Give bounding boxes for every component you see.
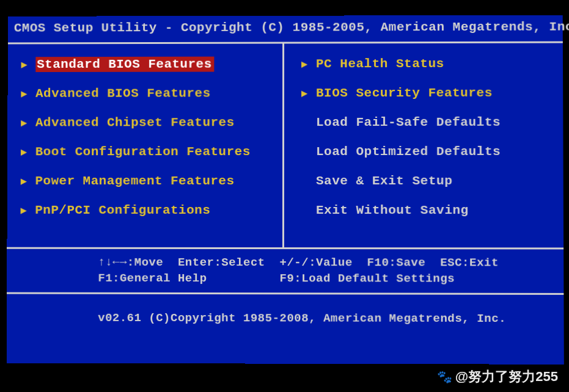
menu-item-right-5[interactable]: ▶Exit Without Saving	[301, 202, 552, 218]
menu-column-left: ▶Standard BIOS Features▶Advanced BIOS Fe…	[7, 44, 284, 248]
bios-header: CMOS Setup Utility - Copyright (C) 1985-…	[8, 15, 563, 43]
bios-screen: CMOS Setup Utility - Copyright (C) 1985-…	[7, 15, 564, 365]
menu-item-right-2[interactable]: ▶Load Fail-Safe Defaults	[301, 114, 552, 130]
menu-item-label: Power Management Features	[35, 174, 235, 188]
triangle-right-icon: ▶	[21, 145, 29, 158]
main-menu-container: ▶Standard BIOS Features▶Advanced BIOS Fe…	[7, 42, 563, 250]
triangle-right-icon: ▶	[21, 203, 29, 216]
triangle-right-icon: ▶	[21, 175, 29, 187]
watermark: 🐾 @努力了努力255	[437, 368, 558, 386]
menu-item-left-1[interactable]: ▶Advanced BIOS Features	[21, 85, 271, 101]
triangle-right-icon: ▶	[21, 116, 29, 129]
menu-item-right-1[interactable]: ▶BIOS Security Features	[301, 85, 552, 101]
menu-item-label: Advanced BIOS Features	[35, 86, 211, 100]
menu-item-label: Standard BIOS Features	[35, 56, 214, 71]
menu-item-left-2[interactable]: ▶Advanced Chipset Features	[21, 114, 271, 130]
menu-item-right-3[interactable]: ▶Load Optimized Defaults	[301, 143, 552, 159]
menu-item-label: PC Health Status	[316, 56, 444, 70]
paw-icon: 🐾	[437, 369, 452, 384]
help-line-1: ↑↓←→:Move Enter:Select +/-/:Value F10:Sa…	[98, 256, 499, 270]
menu-item-left-4[interactable]: ▶Power Management Features	[21, 173, 271, 189]
help-bar: ↑↓←→:Move Enter:Select +/-/:Value F10:Sa…	[7, 249, 563, 296]
bios-footer: v02.61 (C)Copyright 1985-2008, American …	[7, 294, 564, 332]
menu-item-label: Load Optimized Defaults	[316, 144, 501, 158]
menu-item-label: Boot Configuration Features	[35, 145, 251, 159]
triangle-right-icon: ▶	[21, 58, 29, 71]
triangle-right-icon: ▶	[301, 57, 310, 70]
menu-item-label: Load Fail-Safe Defaults	[316, 115, 501, 129]
menu-item-right-4[interactable]: ▶Save & Exit Setup	[301, 173, 552, 189]
menu-item-label: PnP/PCI Configurations	[35, 203, 210, 217]
menu-item-right-0[interactable]: ▶PC Health Status	[301, 56, 552, 72]
watermark-text: @努力了努力255	[455, 368, 558, 386]
help-line-2: F1:General Help F9:Load Default Settings	[98, 271, 455, 285]
menu-column-right: ▶PC Health Status▶BIOS Security Features…	[284, 43, 563, 248]
menu-item-label: Exit Without Saving	[316, 203, 469, 217]
triangle-right-icon: ▶	[21, 87, 29, 100]
menu-item-left-3[interactable]: ▶Boot Configuration Features	[21, 143, 271, 159]
menu-item-left-5[interactable]: ▶PnP/PCI Configurations	[21, 202, 271, 218]
menu-item-label: Advanced Chipset Features	[35, 115, 235, 129]
menu-item-label: Save & Exit Setup	[316, 173, 452, 187]
triangle-right-icon: ▶	[301, 87, 310, 100]
menu-item-label: BIOS Security Features	[316, 85, 493, 100]
menu-item-left-0[interactable]: ▶Standard BIOS Features	[21, 56, 271, 72]
